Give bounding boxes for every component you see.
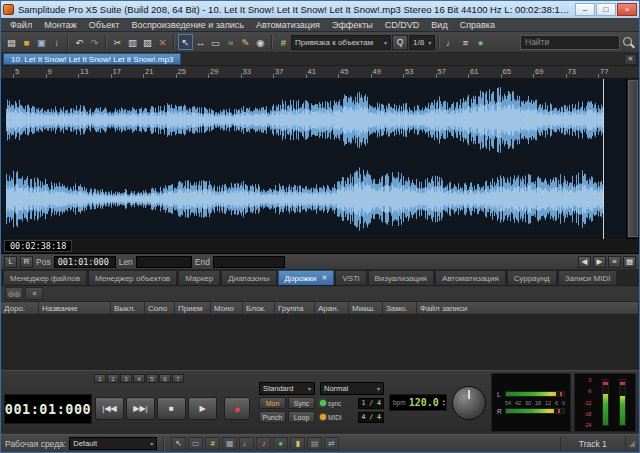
curve-mouse-mode-icon[interactable]: ≈ [223,34,238,50]
dock-tab[interactable]: Дорожки✕ [278,270,335,285]
open-project-icon[interactable]: ■ [19,34,34,50]
maximize-button[interactable]: □ [596,3,616,16]
record-button[interactable]: ● [224,397,250,420]
column-header[interactable]: Выкл. [111,302,145,314]
dock-tab[interactable]: Визуализация [368,270,434,285]
column-header[interactable]: Замо. [383,302,417,314]
redo-icon[interactable]: ↷ [87,34,102,50]
close-document-button[interactable]: ✕ [624,54,637,65]
object-mode-icon[interactable]: ▭ [188,437,203,450]
position-field[interactable]: 001:01:000 [54,256,116,268]
bpm-value[interactable]: 120.0 [409,397,439,408]
menu-item[interactable]: Монтаж [38,18,83,31]
copy-icon[interactable]: ▥ [125,34,140,50]
column-header[interactable]: Файл записи [417,302,639,314]
grid-icon[interactable]: ▦ [222,437,237,450]
monitor-icon[interactable]: ● [273,437,288,450]
mouse-mode-icon[interactable]: ↖ [171,437,186,450]
cut-icon[interactable]: ✂ [110,34,125,50]
resize-grip[interactable]: ◢ [629,440,635,448]
find-track-icon[interactable]: ◎◎ [5,287,23,300]
search-input[interactable] [520,35,620,50]
menu-item[interactable]: Файл [4,18,38,31]
menu-item[interactable]: Справка [454,18,501,31]
snap-icon[interactable]: # [205,437,220,450]
stepper-down-icon[interactable]: ▼ [442,403,446,407]
dock-tab[interactable]: Диапазоны [221,270,276,285]
skip-to-start-button[interactable]: |◀◀ [95,397,124,420]
menu-item[interactable]: CD/DVD [379,18,426,31]
new-project-icon[interactable]: ▤ [4,34,19,50]
column-header[interactable]: Аран. [315,302,349,314]
workspace-select[interactable]: Default ▾ [69,437,157,450]
loop-button[interactable]: Loop [288,411,315,423]
menu-item[interactable]: Эффекты [326,18,379,31]
metronome-icon[interactable]: ♩ [239,437,254,450]
length-field[interactable] [136,256,192,268]
column-header[interactable]: Соло [145,302,175,314]
minimize-button[interactable]: – [575,3,595,16]
snap-to-objects-select[interactable]: Привязка к объектам▾ [291,35,391,50]
close-button[interactable]: × [617,3,637,16]
column-header[interactable]: Моно [211,302,243,314]
dock-tab[interactable]: Менеджер файлов [3,270,87,285]
draw-mouse-mode-icon[interactable]: ✎ [238,34,253,50]
menu-item[interactable]: Вид [425,18,453,31]
marker-button[interactable]: 6 [159,374,171,383]
delete-icon[interactable]: ✕ [155,34,170,50]
range-prev-button[interactable]: ◀ [578,256,591,268]
tempo-mode-select[interactable]: Normal ▾ [320,382,384,395]
mixer-icon[interactable]: ≡ [458,34,473,50]
marker-button[interactable]: 4 [133,374,145,383]
marker-button[interactable]: 3 [120,374,132,383]
snap-toggle-icon[interactable]: # [276,34,291,50]
waveform-area[interactable] [1,79,639,239]
menu-item[interactable]: Воспроизведение и запись [125,18,250,31]
column-header[interactable]: Название [39,302,111,314]
right-channel-button[interactable]: R [20,256,33,268]
column-header[interactable]: Доро. [1,302,39,314]
marker-button[interactable]: 5 [146,374,158,383]
punch-button[interactable]: Punch [259,411,286,423]
quantize-value[interactable]: 1 / 4 [358,398,384,409]
sync-button[interactable]: Sync [288,397,315,409]
track-list[interactable] [1,315,639,370]
paste-icon[interactable]: ▧ [140,34,155,50]
midi-icon[interactable]: ♪ [256,437,271,450]
dock-tab[interactable]: Менеджер объектов [88,270,177,285]
undo-icon[interactable]: ↶ [72,34,87,50]
close-icon[interactable]: ✕ [322,274,328,282]
universal-mouse-mode-icon[interactable]: ↖ [178,34,193,50]
timeline-ruler[interactable]: 591317212529333741454953576165697377 [1,66,639,79]
master-volume-knob[interactable] [452,386,486,420]
search-icon[interactable] [620,35,636,50]
track-list-options-icon[interactable]: ≡ [25,287,43,300]
dock-tab[interactable]: Записи MIDI [558,270,618,285]
range-next-button[interactable]: ▶ [593,256,606,268]
marker-button[interactable]: 2 [107,374,119,383]
marker-button[interactable]: 1 [94,374,106,383]
play-button[interactable]: ▶ [188,397,217,420]
column-header[interactable]: Прием [175,302,211,314]
save-project-icon[interactable]: ▣ [34,34,49,50]
marker-button[interactable]: 7 [172,374,184,383]
end-field[interactable] [213,256,285,268]
quantize-button[interactable]: Q [392,35,408,50]
monitor-button[interactable]: Mon [259,397,286,409]
range-list-button[interactable]: ≡ [608,256,621,268]
dock-tab[interactable]: Сурраунд [507,270,557,285]
dock-tab[interactable]: VSTi [335,270,366,285]
object-mouse-mode-icon[interactable]: ▭ [208,34,223,50]
bpm-stepper[interactable]: ▲ ▼ [442,399,446,407]
range-mouse-mode-icon[interactable]: ↔ [193,34,208,50]
zoom-mouse-mode-icon[interactable]: ◉ [253,34,268,50]
time-signature[interactable]: 4 / 4 [358,412,384,423]
dock-tab[interactable]: Маркер [178,270,220,285]
scrollbar-thumb[interactable] [628,80,638,237]
grid-view-button[interactable]: ▦ [623,256,636,268]
menu-item[interactable]: Автоматизация [250,18,326,31]
waveform-canvas[interactable] [1,79,626,239]
export-audio-icon[interactable]: ↓ [49,34,64,50]
document-tab[interactable]: 10. Let It Snow! Let It Snow! Let It Sno… [3,53,181,65]
menu-item[interactable]: Объект [83,18,126,31]
